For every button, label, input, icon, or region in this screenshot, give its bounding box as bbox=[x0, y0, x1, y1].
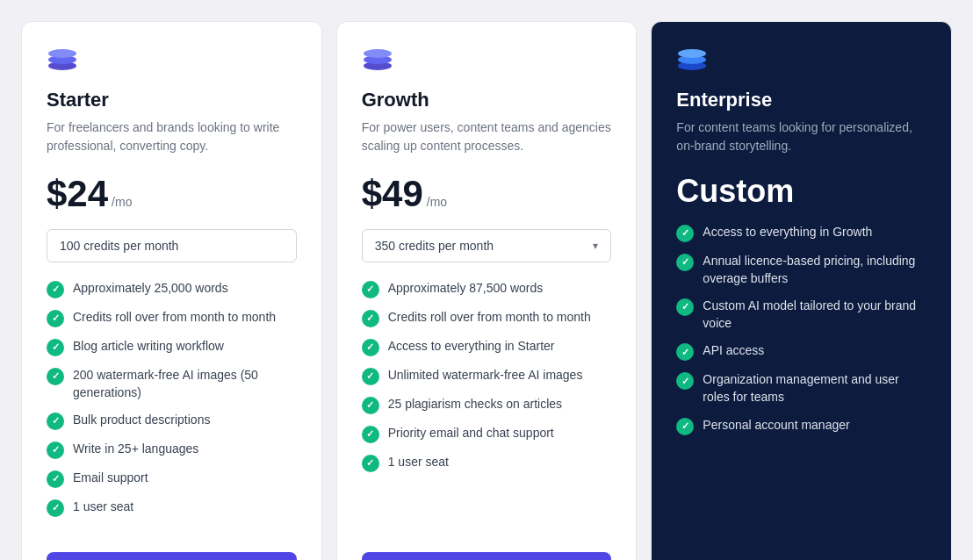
growth-icon bbox=[362, 47, 397, 71]
enterprise-price-container: Custom bbox=[676, 173, 926, 210]
chevron-down-icon: ▾ bbox=[593, 240, 598, 252]
growth-feature-text: Approximately 87,500 words bbox=[388, 280, 544, 298]
svg-point-2 bbox=[48, 49, 76, 58]
growth-feature-text: Access to everything in Starter bbox=[388, 338, 555, 355]
enterprise-feature-item: API access bbox=[676, 342, 926, 361]
plan-card-growth: GrowthFor power users, content teams and… bbox=[336, 21, 638, 560]
checkmark-icon bbox=[47, 442, 64, 459]
enterprise-plan-description: For content teams looking for personaliz… bbox=[676, 118, 926, 155]
growth-cta-button[interactable]: Try it free bbox=[362, 552, 612, 560]
checkmark-icon bbox=[676, 298, 694, 316]
enterprise-features-list: Access to everything in GrowthAnnual lic… bbox=[676, 224, 926, 538]
checkmark-icon bbox=[676, 225, 694, 242]
starter-feature-text: Approximately 25,000 words bbox=[73, 280, 228, 298]
checkmark-icon bbox=[47, 310, 64, 327]
checkmark-icon bbox=[676, 372, 694, 390]
enterprise-feature-text: Personal account manager bbox=[703, 417, 849, 434]
growth-feature-item: 1 user seat bbox=[362, 454, 612, 472]
enterprise-feature-text: Organization management and user roles f… bbox=[703, 371, 926, 406]
growth-plan-name: Growth bbox=[362, 89, 612, 111]
growth-feature-text: Priority email and chat support bbox=[388, 425, 554, 442]
starter-plan-description: For freelancers and brands looking to wr… bbox=[47, 118, 297, 155]
growth-feature-text: 1 user seat bbox=[388, 454, 449, 471]
starter-features-list: Approximately 25,000 wordsCredits roll o… bbox=[47, 280, 297, 528]
growth-credits-label: 350 credits per month bbox=[375, 239, 494, 253]
growth-credits-selector[interactable]: 350 credits per month▾ bbox=[362, 229, 612, 262]
growth-feature-item: Access to everything in Starter bbox=[362, 338, 612, 356]
checkmark-icon bbox=[676, 254, 694, 271]
plan-card-starter: StarterFor freelancers and brands lookin… bbox=[21, 21, 322, 560]
pricing-container: StarterFor freelancers and brands lookin… bbox=[14, 14, 959, 560]
starter-feature-text: Credits roll over from month to month bbox=[73, 309, 276, 327]
checkmark-icon bbox=[362, 397, 379, 414]
checkmark-icon bbox=[676, 343, 694, 361]
enterprise-feature-item: Annual licence-based pricing, including … bbox=[676, 253, 926, 287]
enterprise-feature-item: Organization management and user roles f… bbox=[676, 371, 926, 406]
starter-price-period: /mo bbox=[112, 195, 132, 209]
checkmark-icon bbox=[47, 499, 64, 517]
enterprise-feature-text: API access bbox=[703, 342, 764, 360]
growth-feature-text: 25 plagiarism checks on articles bbox=[388, 396, 562, 413]
enterprise-feature-text: Custom AI model tailored to your brand v… bbox=[703, 298, 926, 332]
plan-card-enterprise: EnterpriseFor content teams looking for … bbox=[651, 21, 952, 560]
enterprise-feature-item: Access to everything in Growth bbox=[676, 224, 926, 242]
growth-plan-description: For power users, content teams and agenc… bbox=[362, 118, 612, 155]
checkmark-icon bbox=[47, 339, 64, 356]
growth-feature-text: Credits roll over from month to month bbox=[388, 309, 591, 327]
checkmark-icon bbox=[362, 339, 379, 356]
checkmark-icon bbox=[362, 281, 379, 298]
growth-feature-item: Approximately 87,500 words bbox=[362, 280, 612, 298]
starter-plan-name: Starter bbox=[47, 89, 297, 111]
growth-price-amount: $49 bbox=[362, 173, 423, 215]
starter-price-container: $24/mo bbox=[47, 173, 297, 215]
checkmark-icon bbox=[362, 455, 379, 472]
enterprise-feature-item: Custom AI model tailored to your brand v… bbox=[676, 298, 926, 332]
checkmark-icon bbox=[47, 281, 64, 298]
growth-feature-item: Priority email and chat support bbox=[362, 425, 612, 443]
starter-feature-item: Write in 25+ languages bbox=[47, 441, 297, 459]
starter-feature-item: 1 user seat bbox=[47, 499, 297, 517]
growth-price-period: /mo bbox=[427, 195, 447, 209]
starter-feature-text: 1 user seat bbox=[73, 499, 133, 516]
growth-feature-item: Credits roll over from month to month bbox=[362, 309, 612, 327]
starter-feature-text: Write in 25+ languages bbox=[73, 441, 198, 458]
checkmark-icon bbox=[362, 426, 379, 443]
starter-credits-label: 100 credits per month bbox=[60, 239, 178, 253]
checkmark-icon bbox=[47, 413, 64, 430]
starter-feature-item: Blog article writing workflow bbox=[47, 338, 297, 356]
enterprise-feature-item: Personal account manager bbox=[676, 417, 926, 435]
enterprise-icon bbox=[676, 47, 711, 71]
starter-feature-item: Bulk product descriptions bbox=[47, 412, 297, 430]
starter-feature-text: Blog article writing workflow bbox=[73, 338, 224, 355]
starter-credits-selector: 100 credits per month bbox=[47, 229, 297, 262]
starter-feature-item: Email support bbox=[47, 470, 297, 488]
growth-feature-item: Unlimited watermark-free AI images bbox=[362, 367, 612, 385]
checkmark-icon bbox=[676, 418, 694, 435]
enterprise-feature-text: Access to everything in Growth bbox=[703, 224, 872, 241]
checkmark-icon bbox=[362, 310, 379, 327]
enterprise-plan-name: Enterprise bbox=[676, 89, 926, 111]
enterprise-feature-text: Annual licence-based pricing, including … bbox=[703, 253, 926, 287]
checkmark-icon bbox=[47, 470, 64, 488]
svg-point-5 bbox=[364, 49, 392, 58]
checkmark-icon bbox=[362, 368, 379, 385]
starter-price-amount: $24 bbox=[47, 173, 108, 215]
starter-feature-text: 200 watermark-free AI images (50 generat… bbox=[73, 367, 297, 401]
starter-feature-item: Approximately 25,000 words bbox=[47, 280, 297, 298]
growth-price-container: $49/mo bbox=[362, 173, 612, 215]
svg-point-8 bbox=[678, 49, 706, 58]
growth-feature-text: Unlimited watermark-free AI images bbox=[388, 367, 583, 384]
checkmark-icon bbox=[47, 368, 64, 385]
starter-feature-item: 200 watermark-free AI images (50 generat… bbox=[47, 367, 297, 401]
starter-icon bbox=[47, 47, 82, 71]
growth-features-list: Approximately 87,500 wordsCredits roll o… bbox=[362, 280, 612, 528]
growth-feature-item: 25 plagiarism checks on articles bbox=[362, 396, 612, 414]
enterprise-price-amount: Custom bbox=[676, 173, 794, 210]
starter-cta-button[interactable]: Try it free bbox=[47, 552, 297, 560]
starter-feature-item: Credits roll over from month to month bbox=[47, 309, 297, 327]
starter-feature-text: Bulk product descriptions bbox=[73, 412, 210, 429]
starter-feature-text: Email support bbox=[73, 470, 148, 487]
